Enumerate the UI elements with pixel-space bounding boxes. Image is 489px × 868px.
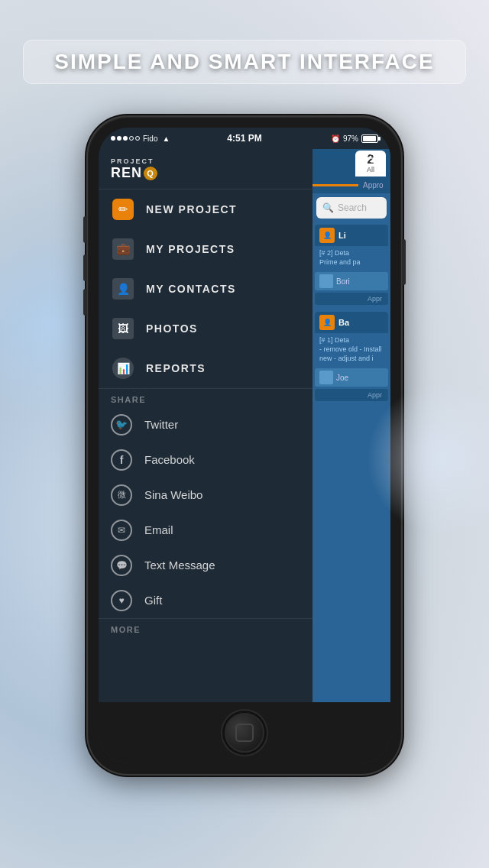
- approve-btn-2[interactable]: Appr: [315, 389, 388, 401]
- project-card-1-desc: Prime and pa: [319, 258, 384, 267]
- sidebar: PROJECT REN ✏ NEW PROJECT: [99, 149, 313, 702]
- project-card-1-title: Li: [338, 231, 346, 240]
- status-right: ⏰ 97%: [331, 134, 378, 143]
- share-label-twitter: Twitter: [144, 418, 178, 431]
- home-button-area: [99, 702, 390, 763]
- share-section-header: SHARE: [99, 388, 313, 407]
- text-message-icon: 💬: [111, 555, 132, 576]
- contractor-name-1: Bori: [336, 277, 350, 286]
- gift-icon: ♥: [111, 590, 132, 611]
- approve-btn-1[interactable]: Appr: [315, 293, 388, 305]
- right-panel: 2 All Appro 🔍 Search 👤: [313, 149, 390, 702]
- logo-reno: REN: [111, 166, 300, 181]
- menu-item-my-projects[interactable]: 💼 MY PROJECTS: [99, 229, 313, 269]
- logo: PROJECT REN: [111, 158, 300, 181]
- menu-item-reports[interactable]: 📊 REPORTS: [99, 348, 313, 388]
- project-card-1-body: [# 2] Deta Prime and pa: [315, 246, 388, 270]
- phone-frame: Fido ▲ 4:51 PM ⏰ 97% PROJECT: [88, 117, 401, 774]
- menu-item-new-project[interactable]: ✏ NEW PROJECT: [99, 189, 313, 229]
- approved-indicator: [313, 184, 358, 186]
- project-card-2-detail: [# 1] Deta: [319, 336, 384, 345]
- menu-label-reports: REPORTS: [146, 362, 206, 374]
- menu-icon-my-projects: 💼: [111, 237, 135, 261]
- photos-icon: 🖼: [112, 318, 134, 339]
- more-section-header: MORE: [99, 618, 313, 637]
- hamburger-line-3: [371, 161, 384, 163]
- share-label-weibo: Sina Weibo: [144, 488, 202, 501]
- logo-project: PROJECT: [111, 158, 300, 166]
- menu-icon-reports: 📊: [111, 356, 135, 381]
- battery-percent: 97%: [343, 134, 358, 143]
- menu-label-photos: PHOTOS: [146, 322, 198, 335]
- email-icon: ✉: [111, 520, 132, 541]
- hamburger-menu-icon[interactable]: [371, 154, 384, 163]
- approved-text: Appro: [358, 181, 384, 189]
- project-card-2-desc: - remove old - Install new - adjust and …: [319, 345, 384, 363]
- home-button[interactable]: [225, 713, 264, 753]
- contractor-name-2: Joe: [336, 374, 348, 382]
- share-item-twitter[interactable]: 🐦 Twitter: [99, 407, 313, 442]
- menu-label-my-contacts: MY CONTACTS: [146, 283, 236, 295]
- project-card-1-detail: [# 2] Deta: [319, 249, 384, 258]
- share-item-weibo[interactable]: 微 Sina Weibo: [99, 478, 313, 513]
- share-label-email: Email: [144, 523, 173, 536]
- signal-dot-4: [129, 136, 134, 141]
- alarm-icon: ⏰: [331, 134, 340, 143]
- contractor-row-1: Bori: [315, 272, 388, 290]
- share-item-gift[interactable]: ♥ Gift: [99, 583, 313, 618]
- menu-item-my-contacts[interactable]: 👤 MY CONTACTS: [99, 269, 313, 309]
- home-button-inner: [235, 724, 254, 742]
- signal-dot-5: [135, 136, 140, 141]
- project-card-2-header: 👤 Ba: [315, 312, 388, 333]
- hamburger-line-2: [371, 157, 384, 159]
- contacts-icon: 👤: [112, 278, 134, 300]
- search-bar[interactable]: 🔍 Search: [316, 197, 387, 219]
- signal-dot-3: [123, 136, 128, 141]
- banner-text: SIMPLE AND SMART INTERFACE: [54, 50, 434, 73]
- signal-dot-1: [111, 136, 115, 141]
- reports-icon: 📊: [112, 358, 134, 379]
- menu-item-photos[interactable]: 🖼 PHOTOS: [99, 309, 313, 348]
- signal-dot-2: [117, 136, 121, 141]
- contractor-icon-1: [319, 274, 333, 288]
- weibo-icon: 微: [111, 484, 132, 506]
- share-label-gift: Gift: [144, 594, 162, 607]
- menu-label-new-project: NEW PROJECT: [146, 203, 237, 215]
- project-card-2[interactable]: 👤 Ba [# 1] Deta - remove old - Install n…: [315, 312, 388, 366]
- tab-all-label: All: [363, 166, 378, 173]
- project-card-2-icon: 👤: [319, 315, 335, 330]
- battery-icon: [361, 134, 378, 143]
- carrier-name: Fido: [143, 134, 157, 143]
- logo-area: PROJECT REN: [99, 149, 313, 189]
- share-item-facebook[interactable]: f Facebook: [99, 442, 313, 478]
- briefcase-icon: 💼: [112, 238, 134, 260]
- share-label-text-message: Text Message: [144, 559, 215, 572]
- approved-bar: Appro: [313, 177, 390, 193]
- status-time: 4:51 PM: [227, 133, 261, 144]
- project-card-1-header: 👤 Li: [315, 225, 388, 246]
- facebook-icon: f: [111, 449, 132, 471]
- hamburger-line-1: [371, 154, 384, 155]
- contractor-row-2: Joe: [315, 368, 388, 387]
- search-placeholder: Search: [338, 202, 367, 213]
- signal-dots: [111, 136, 140, 141]
- share-item-email[interactable]: ✉ Email: [99, 513, 313, 548]
- share-label-facebook: Facebook: [144, 453, 195, 466]
- app-content: PROJECT REN ✏ NEW PROJECT: [99, 149, 390, 702]
- logo-q: [144, 167, 157, 180]
- menu-icon-new-project: ✏: [111, 197, 135, 222]
- status-bar: Fido ▲ 4:51 PM ⏰ 97%: [99, 128, 390, 149]
- menu-icon-my-contacts: 👤: [111, 277, 135, 301]
- contractor-icon-2: [319, 371, 333, 384]
- share-item-text-message[interactable]: 💬 Text Message: [99, 548, 313, 583]
- carrier-info: Fido ▲: [111, 134, 170, 143]
- project-card-2-body: [# 1] Deta - remove old - Install new - …: [315, 333, 388, 366]
- project-card-2-title: Ba: [338, 318, 349, 327]
- menu-label-my-projects: MY PROJECTS: [146, 243, 235, 255]
- screen: Fido ▲ 4:51 PM ⏰ 97% PROJECT: [99, 128, 390, 763]
- twitter-icon: 🐦: [111, 414, 132, 436]
- project-card-1[interactable]: 👤 Li [# 2] Deta Prime and pa: [315, 225, 388, 270]
- logo-reno-text: REN: [111, 166, 142, 181]
- wifi-icon: ▲: [162, 134, 170, 143]
- project-card-1-icon: 👤: [319, 228, 335, 243]
